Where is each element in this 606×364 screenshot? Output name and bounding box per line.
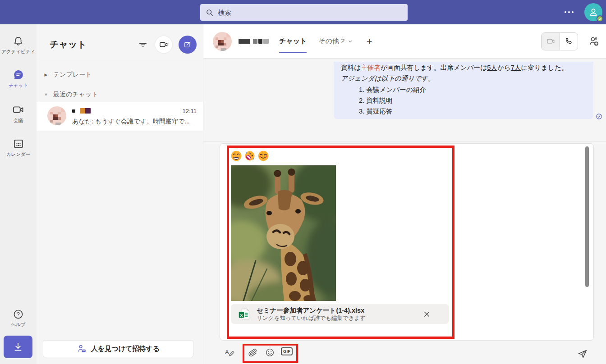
new-chat-button[interactable] [179, 36, 197, 54]
close-icon [423, 311, 430, 318]
file-attachment-card[interactable]: X セミナー参加者アンケート(1-4).xlsx リンクを知っていれば誰でも編集… [231, 304, 449, 324]
format-button[interactable]: A [224, 347, 235, 358]
attachment-filename: セミナー参加者アンケート(1-4).xlsx [257, 307, 366, 314]
person-envelope-icon [77, 344, 87, 354]
section-templates[interactable]: ▶ テンプレート [37, 68, 203, 82]
chevron-right-icon: ▶ [44, 73, 48, 77]
video-camera-icon [12, 103, 25, 116]
chevron-down-icon [348, 39, 353, 44]
video-camera-icon [159, 40, 169, 50]
compose-separator [203, 141, 606, 141]
rail-item-chat[interactable]: チャット [0, 68, 37, 88]
rail-item-activity[interactable]: アクティビティ [0, 35, 37, 54]
bell-icon [12, 35, 24, 47]
tab-label: チャット [279, 37, 307, 46]
tab-label: その他 2 [318, 37, 344, 46]
emoji-picker-button[interactable] [265, 347, 275, 358]
add-people-button[interactable] [587, 35, 601, 48]
beaming-face-emoji [231, 150, 242, 161]
chat-header: チャット その他 2 + [203, 24, 606, 59]
download-icon [12, 341, 24, 353]
redacted-chat-name [72, 109, 75, 113]
chat-item-preview: あなた: もうすぐ会議です。時間厳守で... [72, 118, 197, 126]
chat-bubble-icon [12, 68, 25, 81]
message-ordered-list: 1. 会議メンバーの紹介 2. 資料説明 3. 質疑応答 [341, 84, 586, 117]
gif-picker-button[interactable]: GIF [281, 347, 293, 355]
text-format-icon: A [224, 347, 235, 358]
mention-text: 主催者 [361, 64, 381, 71]
svg-text:?: ? [17, 311, 20, 318]
send-icon [577, 348, 588, 359]
section-label: テンプレート [53, 71, 92, 79]
compose-box[interactable]: X セミナー参加者アンケート(1-4).xlsx リンクを知っていれば誰でも編集… [220, 143, 594, 341]
svg-text:X: X [240, 313, 243, 318]
redacted-chat-name [80, 108, 91, 114]
rail-item-label: チャット [9, 82, 28, 88]
chat-main: チャット その他 2 + [203, 24, 606, 364]
download-desktop-button[interactable] [4, 336, 32, 358]
gif-icon: GIF [281, 347, 293, 355]
search-input[interactable] [218, 9, 402, 16]
rail-item-label: 会議 [14, 118, 23, 123]
app-rail: アクティビティ チャット 会議 カレンダー ? ヘルプ [0, 24, 37, 364]
meet-now-button[interactable] [155, 36, 172, 53]
draft-emoji-row [231, 150, 269, 161]
rail-item-help[interactable]: ? ヘルプ [0, 308, 37, 327]
tab-chat[interactable]: チャット [279, 37, 307, 46]
smiley-icon [265, 347, 275, 358]
send-button[interactable] [577, 348, 588, 359]
rofl-face-emoji [244, 150, 255, 161]
rail-item-label: アクティビティ [1, 49, 35, 54]
smiling-blush-face-emoji [258, 150, 269, 161]
rail-item-label: ヘルプ [11, 322, 25, 327]
avatar[interactable] [213, 32, 232, 51]
message-line-1: 資料は主催者が画面共有します。出席メンバーは5人から7人に変りました。 [341, 62, 586, 73]
call-button-group [541, 32, 578, 50]
add-person-icon [588, 36, 600, 47]
compose-scrollbar-thumb[interactable] [585, 146, 589, 287]
section-label: 最近のチャット [53, 91, 98, 99]
compose-icon [183, 40, 192, 49]
profile-avatar[interactable] [584, 3, 602, 21]
chevron-down-icon: ▼ [44, 92, 48, 97]
more-options-icon[interactable] [564, 10, 574, 14]
remove-attachment-button[interactable] [422, 309, 432, 319]
add-tab-button[interactable]: + [367, 36, 372, 46]
audio-call-button[interactable] [560, 33, 578, 50]
message-line-2: アジェンダは以下の通りです。 [341, 73, 586, 84]
help-icon: ? [12, 308, 24, 320]
rail-item-meetings[interactable]: 会議 [0, 103, 37, 123]
search-icon [206, 9, 214, 17]
rail-item-label: カレンダー [6, 151, 30, 157]
video-camera-icon [546, 36, 556, 46]
panel-title: チャット [50, 38, 87, 50]
avatar [47, 106, 66, 125]
filter-icon[interactable] [137, 39, 149, 50]
redacted-conversation-name [239, 39, 269, 44]
sent-message-bubble: 資料は主催者が画面共有します。出席メンバーは5人から7人に変りました。 アジェン… [334, 62, 593, 119]
app-titlebar [0, 0, 606, 24]
presence-available-icon [597, 15, 603, 22]
list-item: 2. 資料説明 [341, 95, 586, 106]
read-receipt-icon [595, 113, 603, 120]
tab-more-dropdown[interactable]: その他 2 [318, 37, 353, 46]
list-item: 3. 質疑応答 [341, 106, 586, 117]
search-box[interactable] [200, 4, 408, 21]
attachment-permission: リンクを知っていれば誰でも編集できます [257, 314, 366, 322]
compose-toolbar: A GIF [220, 343, 594, 363]
attached-image-giraffe[interactable] [231, 165, 336, 301]
attach-file-button[interactable] [248, 347, 258, 358]
chat-list-item[interactable]: 12:11 あなた: もうすぐ会議です。時間厳守で... [37, 102, 203, 131]
calendar-icon [12, 137, 25, 150]
invite-people-label: 人を見つけて招待する [91, 345, 160, 353]
list-item: 1. 会議メンバーの紹介 [341, 84, 586, 95]
invite-people-button[interactable]: 人を見つけて招待する [43, 340, 193, 357]
paperclip-icon [248, 347, 258, 358]
chat-item-timestamp: 12:11 [182, 108, 197, 114]
excel-file-icon: X [237, 307, 251, 321]
video-call-button[interactable] [542, 33, 560, 50]
section-recent-chats[interactable]: ▼ 最近のチャット [37, 88, 203, 101]
rail-item-calendar[interactable]: カレンダー [0, 137, 37, 157]
svg-text:A: A [225, 349, 229, 355]
phone-icon [564, 36, 574, 46]
